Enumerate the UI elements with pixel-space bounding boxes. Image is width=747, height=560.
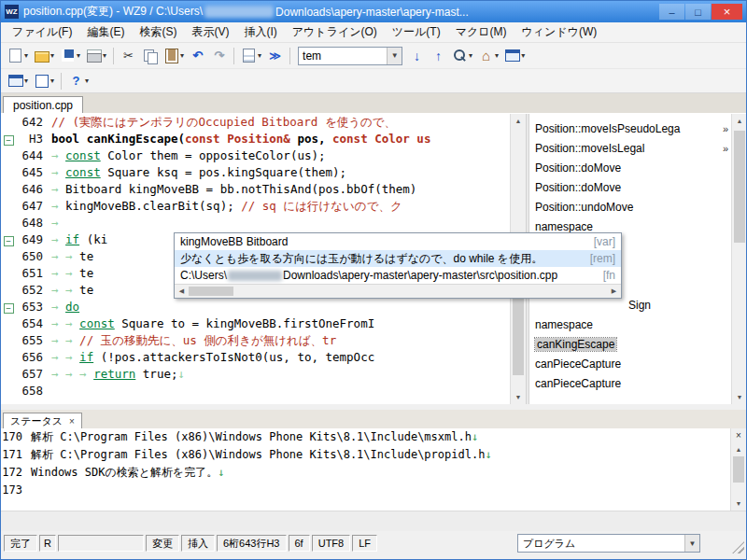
line-number: 642 bbox=[16, 114, 51, 131]
title-bar[interactable]: WZ position.cpp(変更) - WZ9 / C:\Users\ Do… bbox=[1, 1, 746, 22]
scroll-down-icon[interactable]: ▼ bbox=[511, 390, 526, 404]
chevron-down-icon[interactable]: ▼ bbox=[387, 48, 402, 64]
jump-button[interactable]: ≫ bbox=[264, 46, 286, 66]
outline-item[interactable]: Position::undoMove bbox=[529, 198, 731, 217]
outline-scroll-down-icon[interactable]: ▼ bbox=[732, 390, 747, 404]
outline-item[interactable]: Position::doMove bbox=[529, 159, 731, 177]
toolbar-separator bbox=[289, 48, 290, 64]
menu-item[interactable]: ツール(T) bbox=[385, 22, 448, 42]
tooltip-scroll-left-icon[interactable]: ◀ bbox=[175, 287, 189, 295]
code-line: 642// (実際にはテンポラリのOccupied Bitboard を使うので… bbox=[1, 114, 510, 131]
status-panel-close-icon[interactable]: × bbox=[731, 428, 746, 442]
menu-item[interactable]: 挿入(I) bbox=[236, 22, 284, 42]
dropdown-arrow-icon: ▾ bbox=[521, 51, 525, 60]
wz-editor-window: WZ position.cpp(変更) - WZ9 / C:\Users\ Do… bbox=[0, 0, 747, 560]
menu-item[interactable]: マクロ(M) bbox=[448, 22, 514, 42]
symbol-tooltip: kingMoveBB Bitboard [var] 少なくとも歩を取る方向には玉… bbox=[174, 232, 622, 299]
eol-mark: ↓ bbox=[472, 428, 478, 446]
status-line-number: 170 bbox=[1, 428, 31, 446]
redo-button[interactable]: ↷ bbox=[208, 46, 230, 66]
redacted-username bbox=[204, 6, 274, 18]
close-button[interactable]: × bbox=[712, 4, 742, 20]
outline-scroll-up-icon[interactable]: ▲ bbox=[732, 114, 747, 128]
print-button[interactable]: ▾ bbox=[83, 46, 109, 66]
outline-item[interactable]: Position::doMove bbox=[529, 178, 731, 197]
chevron-more-icon[interactable]: » bbox=[723, 143, 728, 154]
outline-scroll-thumb[interactable] bbox=[734, 131, 745, 243]
fold-marker[interactable]: − bbox=[4, 303, 14, 314]
status-tab-close-icon[interactable]: × bbox=[69, 416, 75, 427]
tab-position-cpp[interactable]: position.cpp bbox=[3, 96, 83, 113]
menu-item[interactable]: 検索(S) bbox=[132, 22, 184, 42]
help-icon: ? bbox=[68, 74, 84, 89]
tooltip-scroll-thumb[interactable] bbox=[189, 287, 233, 296]
cut-button[interactable]: ✂ bbox=[118, 46, 139, 66]
resize-grip[interactable] bbox=[732, 541, 744, 553]
outline-item[interactable]: canKingEscape bbox=[529, 335, 731, 354]
tool-window-button[interactable]: ▾ bbox=[501, 46, 528, 66]
tooltip-path-row: C:\Users\ Downloads\apery-master\apery-m… bbox=[175, 267, 621, 284]
tooltip-symbol: kingMoveBB Bitboard bbox=[180, 235, 288, 248]
tab-status[interactable]: ステータス × bbox=[3, 413, 82, 428]
code-line: 647→ kingMoveBB.clearBit(sq); // sq には行け… bbox=[1, 198, 510, 215]
status-log-scrollbar[interactable]: × ▲ ▼ bbox=[730, 428, 746, 511]
maximize-button[interactable]: □ bbox=[685, 4, 711, 20]
paste-button[interactable]: ▾ bbox=[161, 46, 187, 66]
view-window-button[interactable]: ▾ bbox=[5, 71, 31, 91]
menu-item[interactable]: 表示(V) bbox=[184, 22, 236, 42]
menu-item[interactable]: アウトライン(O) bbox=[285, 22, 385, 42]
line-number: 646 bbox=[16, 181, 51, 198]
line-number: 645 bbox=[16, 164, 51, 181]
home-button[interactable]: ⌂▾ bbox=[475, 46, 501, 66]
status-panel-tab-bar: ステータス × bbox=[1, 410, 746, 428]
outline-item[interactable]: canPieceCapture bbox=[529, 374, 731, 393]
eol-mark: ↓ bbox=[218, 464, 224, 482]
code-text: → → const Square to = kingMoveBB.firstOn… bbox=[51, 315, 510, 332]
menu-item[interactable]: 編集(E) bbox=[79, 22, 132, 42]
search-down-button[interactable]: ↓ bbox=[406, 46, 428, 66]
status-log[interactable]: 170解析 C:\Program Files (x86)\Windows Pho… bbox=[1, 428, 730, 511]
line-number: H3 bbox=[16, 131, 51, 147]
menu-item[interactable]: ウィンドウ(W) bbox=[514, 22, 605, 42]
view-window-icon bbox=[7, 74, 23, 89]
window-title-suffix: Downloads\apery-master\apery-mast... bbox=[275, 6, 469, 19]
help-button[interactable]: ?▾ bbox=[65, 71, 92, 91]
open-folder-button[interactable]: ▾ bbox=[31, 46, 57, 66]
insert-document-button[interactable]: ▾ bbox=[238, 46, 264, 66]
status-scroll-down-icon[interactable]: ▼ bbox=[731, 497, 746, 511]
status-line-ending: LF bbox=[352, 535, 377, 552]
code-line: 648→ bbox=[1, 215, 510, 231]
tooltip-horizontal-scrollbar[interactable]: ◀ ▶ bbox=[175, 284, 621, 298]
menu-bar: ファイル(F)編集(E)検索(S)表示(V)挿入(I)アウトライン(O)ツール(… bbox=[1, 22, 746, 43]
line-number: 657 bbox=[16, 366, 51, 383]
outline-item[interactable]: namespace bbox=[529, 315, 731, 334]
fold-marker[interactable]: − bbox=[4, 236, 14, 246]
fold-marker[interactable]: − bbox=[4, 135, 14, 146]
new-document-button[interactable]: ▾ bbox=[5, 46, 31, 66]
view-frame-button[interactable]: ▾ bbox=[31, 71, 57, 91]
outline-item[interactable]: Position::moveIsPseudoLega» bbox=[529, 119, 731, 138]
menu-item[interactable]: ファイル(F) bbox=[5, 22, 79, 42]
minimize-button[interactable]: – bbox=[659, 4, 684, 20]
chevron-more-icon[interactable]: » bbox=[723, 123, 728, 134]
document-mode-combobox[interactable]: プログラム ▼ bbox=[517, 534, 700, 553]
outline-item[interactable]: canPieceCapture bbox=[529, 355, 731, 373]
dropdown-arrow-icon: ▾ bbox=[77, 51, 80, 60]
scroll-up-icon[interactable]: ▲ bbox=[511, 114, 526, 128]
status-scroll-up-icon[interactable]: ▲ bbox=[731, 442, 746, 456]
line-number: 649 bbox=[16, 231, 51, 248]
chevron-down-icon[interactable]: ▼ bbox=[684, 535, 699, 552]
status-scroll-thumb[interactable] bbox=[733, 456, 744, 483]
find-button[interactable]: ▾ bbox=[449, 46, 475, 66]
outline-item[interactable]: Sign bbox=[529, 296, 731, 315]
tooltip-scroll-right-icon[interactable]: ▶ bbox=[607, 287, 621, 295]
undo-button[interactable]: ↶ bbox=[187, 46, 208, 66]
save-button[interactable]: ▾ bbox=[57, 46, 83, 66]
search-combobox[interactable]: tem▼ bbox=[298, 47, 402, 65]
code-line: 646→ Bitboard kingMoveBB = bb.notThisAnd… bbox=[1, 181, 510, 198]
outline-item[interactable]: Position::moveIsLegal» bbox=[529, 139, 731, 158]
outline-vertical-scrollbar[interactable]: ▲ ▼ bbox=[731, 114, 747, 404]
search-up-button[interactable]: ↑ bbox=[428, 46, 449, 66]
copy-button[interactable] bbox=[139, 46, 161, 66]
code-line: 654→ → const Square to = kingMoveBB.firs… bbox=[1, 315, 510, 332]
